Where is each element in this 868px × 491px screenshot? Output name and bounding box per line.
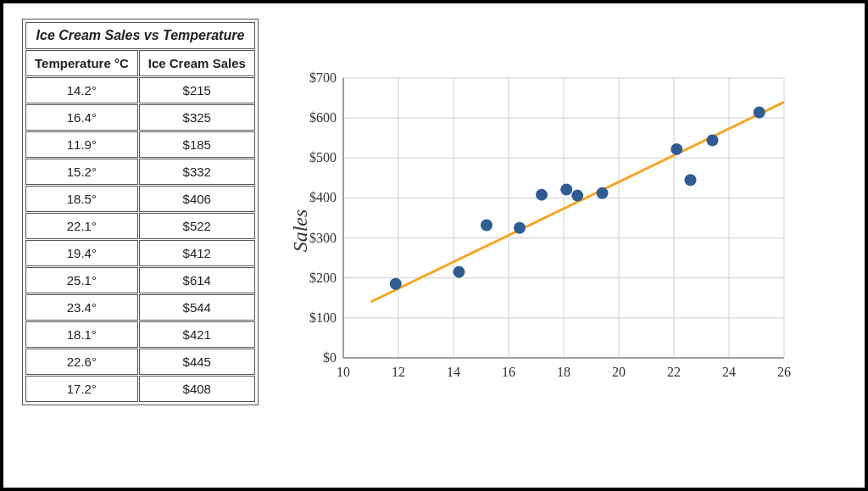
data-point — [754, 107, 765, 119]
table-row: 25.1°$614 — [25, 267, 255, 293]
cell-temp: 19.4° — [25, 240, 138, 266]
cell-temp: 17.2° — [25, 376, 138, 402]
cell-temp: 25.1° — [25, 267, 138, 293]
cell-temp: 22.6° — [25, 349, 138, 375]
data-point — [596, 187, 608, 199]
y-axis-label: Sales — [289, 209, 312, 253]
y-tick-label: $700 — [309, 70, 337, 85]
data-table-wrap: Ice Cream Sales vs Temperature Temperatu… — [22, 19, 259, 405]
y-tick-label: $200 — [309, 271, 337, 285]
data-point — [706, 135, 718, 147]
cell-temp: 22.1° — [25, 213, 138, 239]
data-point — [684, 174, 696, 186]
chart-svg: 101214161820222426$0$100$200$300$400$500… — [284, 70, 793, 392]
cell-temp: 16.4° — [25, 104, 138, 131]
cell-sales: $614 — [139, 267, 255, 293]
data-point — [571, 190, 583, 202]
cell-sales: $421 — [139, 321, 255, 348]
x-tick-label: 20 — [612, 365, 626, 379]
table-row: 17.2°$408 — [25, 376, 255, 402]
table-row: 14.2°$215 — [25, 77, 255, 103]
y-tick-label: $300 — [309, 231, 337, 245]
cell-sales: $325 — [139, 104, 255, 131]
cell-temp: 18.5° — [25, 186, 138, 212]
table-row: 18.1°$421 — [25, 321, 255, 348]
data-point — [560, 184, 572, 196]
y-tick-label: $600 — [309, 110, 337, 125]
cell-temp: 23.4° — [25, 294, 138, 321]
x-tick-label: 26 — [777, 365, 791, 379]
cell-temp: 14.2° — [25, 77, 138, 103]
cell-sales: $406 — [139, 186, 255, 212]
cell-sales: $408 — [139, 376, 255, 402]
x-tick-label: 16 — [502, 365, 515, 379]
cell-sales: $522 — [139, 213, 255, 239]
y-tick-label: $400 — [309, 190, 337, 204]
table-row: 15.2°$332 — [25, 159, 255, 185]
scatter-chart: Sales 101214161820222426$0$100$200$300$4… — [284, 70, 846, 392]
col-header-sales: Ice Cream Sales — [139, 50, 255, 76]
col-header-temp: Temperature °C — [25, 50, 138, 76]
table-row: 11.9°$185 — [25, 131, 255, 158]
table-row: 22.1°$522 — [25, 213, 255, 239]
data-point — [481, 219, 492, 231]
y-tick-label: $500 — [309, 150, 337, 165]
table-title: Ice Cream Sales vs Temperature — [25, 22, 255, 49]
x-tick-label: 10 — [337, 365, 350, 379]
cell-sales: $445 — [139, 349, 255, 375]
cell-sales: $332 — [139, 159, 255, 185]
x-tick-label: 22 — [667, 365, 681, 379]
table-row: 22.6°$445 — [25, 349, 255, 375]
x-tick-label: 24 — [722, 365, 736, 379]
cell-temp: 11.9° — [25, 131, 138, 158]
cell-sales: $215 — [139, 77, 255, 103]
trend-line — [370, 102, 784, 302]
y-tick-label: $100 — [309, 310, 337, 325]
data-point — [670, 143, 682, 155]
x-tick-label: 18 — [557, 365, 570, 379]
y-tick-label: $0 — [323, 350, 337, 365]
data-point — [390, 278, 402, 290]
data-point — [514, 222, 526, 234]
table-row: 19.4°$412 — [25, 240, 255, 266]
cell-temp: 18.1° — [25, 321, 138, 348]
table-row: 23.4°$544 — [25, 294, 255, 321]
x-tick-label: 14 — [447, 365, 460, 379]
cell-sales: $185 — [139, 131, 255, 158]
figure-container: Ice Cream Sales vs Temperature Temperatu… — [0, 0, 868, 491]
data-point — [453, 266, 465, 278]
table-row: 16.4°$325 — [25, 104, 255, 131]
cell-sales: $412 — [139, 240, 255, 266]
data-point — [536, 189, 548, 201]
data-table: Ice Cream Sales vs Temperature Temperatu… — [25, 21, 256, 403]
x-tick-label: 12 — [392, 365, 405, 379]
cell-sales: $544 — [139, 294, 255, 321]
cell-temp: 15.2° — [25, 159, 138, 185]
table-row: 18.5°$406 — [25, 186, 255, 212]
